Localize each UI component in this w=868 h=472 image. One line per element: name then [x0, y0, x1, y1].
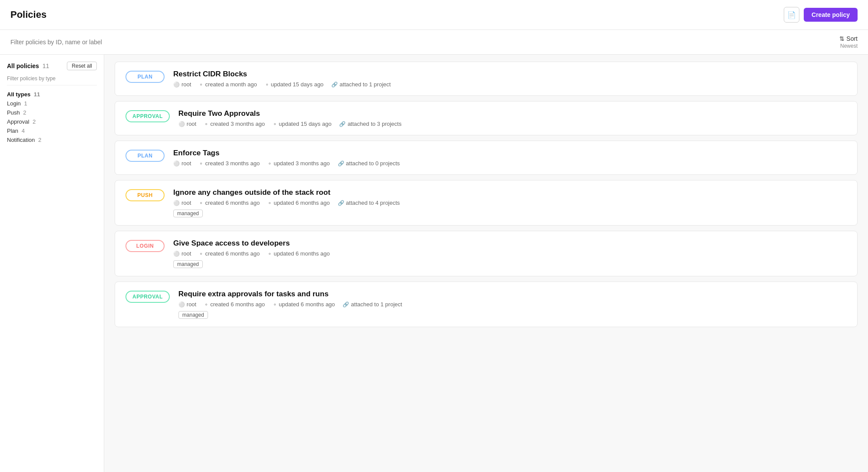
- sidebar-item-approval[interactable]: Approval 2: [7, 117, 97, 126]
- policy-card[interactable]: PUSH Ignore any changes outside of the s…: [115, 180, 858, 226]
- sidebar-item-login[interactable]: Login 1: [7, 99, 97, 108]
- policy-cards: PLAN Restrict CIDR Blocks ⚪ root ⚬ creat…: [115, 62, 858, 327]
- policy-card[interactable]: PLAN Enforce Tags ⚪ root ⚬ created 3 mon…: [115, 141, 858, 175]
- meta-owner: ⚪ root: [173, 200, 191, 206]
- updated-icon: ⚬: [265, 82, 269, 88]
- created-icon: ⚬: [199, 200, 203, 206]
- policy-card[interactable]: PLAN Restrict CIDR Blocks ⚪ root ⚬ creat…: [115, 62, 858, 96]
- search-input[interactable]: [10, 39, 228, 46]
- meta-owner: ⚪ root: [173, 250, 191, 257]
- sidebar-item-count: 2: [31, 118, 36, 125]
- meta-owner: ⚪ root: [178, 301, 196, 308]
- doc-button[interactable]: 📄: [784, 7, 799, 23]
- sidebar-all-label: All policies 11: [7, 62, 49, 69]
- filter-divider: [7, 85, 97, 85]
- policy-type-badge: APPROVAL: [125, 110, 170, 122]
- policy-meta: ⚪ root ⚬ created 3 months ago ⚬ updated …: [178, 121, 847, 127]
- meta-updated: ⚬ updated 6 months ago: [273, 301, 335, 308]
- meta-owner: ⚪ root: [178, 121, 196, 127]
- updated-icon: ⚬: [267, 200, 272, 206]
- sidebar-item-push[interactable]: Push 2: [7, 108, 97, 117]
- policy-name: Enforce Tags: [173, 149, 847, 157]
- meta-attached: 🔗 attached to 0 projects: [338, 160, 400, 167]
- updated-icon: ⚬: [267, 251, 272, 257]
- created-label: created 6 months ago: [205, 250, 260, 257]
- updated-label: updated 6 months ago: [279, 301, 335, 308]
- policy-content: Restrict CIDR Blocks ⚪ root ⚬ created a …: [173, 70, 847, 88]
- created-label: created 3 months ago: [210, 121, 265, 127]
- header-actions: 📄 Create policy: [784, 7, 858, 23]
- owner-label: root: [182, 200, 191, 206]
- sidebar-item-plan[interactable]: Plan 4: [7, 126, 97, 135]
- meta-attached: 🔗 attached to 3 projects: [339, 121, 401, 127]
- owner-icon: ⚪: [173, 251, 180, 257]
- updated-label: updated 6 months ago: [274, 200, 330, 206]
- sidebar-item-count: 11: [32, 91, 40, 98]
- attached-icon: 🔗: [331, 82, 338, 88]
- created-label: created 6 months ago: [205, 200, 260, 206]
- policy-type-badge: PLAN: [125, 71, 165, 83]
- sidebar-item-notification[interactable]: Notification 2: [7, 135, 97, 144]
- meta-created: ⚬ created 3 months ago: [199, 160, 260, 167]
- owner-label: root: [182, 250, 191, 257]
- policy-type-badge: LOGIN: [125, 240, 165, 252]
- managed-badge: managed: [173, 257, 847, 268]
- sort-icon: ⇅: [839, 35, 845, 42]
- attached-label: attached to 1 project: [340, 81, 391, 88]
- sidebar-item-label: All types: [7, 91, 30, 98]
- create-policy-button[interactable]: Create policy: [804, 8, 858, 22]
- attached-icon: 🔗: [338, 161, 344, 167]
- meta-updated: ⚬ updated 15 days ago: [273, 121, 331, 127]
- updated-icon: ⚬: [273, 302, 277, 308]
- attached-label: attached to 1 project: [351, 301, 402, 308]
- meta-updated: ⚬ updated 3 months ago: [267, 160, 330, 167]
- filter-type-label: Filter policies by type: [7, 75, 97, 82]
- policy-meta: ⚪ root ⚬ created 3 months ago ⚬ updated …: [173, 160, 847, 167]
- created-icon: ⚬: [199, 161, 203, 167]
- meta-owner: ⚪ root: [173, 81, 191, 88]
- policy-card[interactable]: APPROVAL Require Two Approvals ⚪ root ⚬ …: [115, 101, 858, 135]
- policy-meta: ⚪ root ⚬ created 6 months ago ⚬ updated …: [173, 250, 847, 257]
- sidebar-item-label: Login: [7, 100, 21, 107]
- sidebar-item-count: 2: [22, 109, 26, 116]
- attached-label: attached to 4 projects: [346, 200, 400, 206]
- attached-label: attached to 3 projects: [347, 121, 401, 127]
- sort-top: ⇅ Sort: [839, 35, 858, 42]
- created-label: created 3 months ago: [205, 160, 260, 167]
- managed-badge: managed: [178, 308, 847, 319]
- sidebar-item-all-types[interactable]: All types 11: [7, 90, 97, 99]
- updated-icon: ⚬: [273, 121, 277, 127]
- meta-created: ⚬ created a month ago: [199, 81, 257, 88]
- created-icon: ⚬: [204, 121, 208, 127]
- attached-icon: 🔗: [343, 302, 349, 308]
- policy-card[interactable]: LOGIN Give Space access to developers ⚪ …: [115, 231, 858, 276]
- policy-content: Require Two Approvals ⚪ root ⚬ created 3…: [178, 109, 847, 127]
- policy-content: Enforce Tags ⚪ root ⚬ created 3 months a…: [173, 149, 847, 167]
- policy-name: Restrict CIDR Blocks: [173, 70, 847, 79]
- owner-icon: ⚪: [178, 121, 185, 127]
- policy-name: Give Space access to developers: [173, 239, 847, 248]
- sidebar-item-count: 4: [20, 128, 25, 134]
- header: Policies 📄 Create policy: [0, 0, 868, 30]
- attached-label: attached to 0 projects: [346, 160, 400, 167]
- meta-owner: ⚪ root: [173, 160, 191, 167]
- policy-name: Ignore any changes outside of the stack …: [173, 188, 847, 197]
- created-icon: ⚬: [199, 82, 203, 88]
- meta-attached: 🔗 attached to 4 projects: [338, 200, 400, 206]
- sort-label: Sort: [846, 35, 858, 42]
- policy-meta: ⚪ root ⚬ created 6 months ago ⚬ updated …: [173, 200, 847, 206]
- policy-card[interactable]: APPROVAL Require extra approvals for tas…: [115, 282, 858, 327]
- owner-icon: ⚪: [178, 302, 185, 308]
- meta-updated: ⚬ updated 15 days ago: [265, 81, 323, 88]
- reset-all-button[interactable]: Reset all: [67, 62, 97, 70]
- policy-name: Require extra approvals for tasks and ru…: [178, 290, 847, 298]
- owner-icon: ⚪: [173, 82, 180, 88]
- filter-bar: ⇅ Sort Newest: [0, 30, 868, 55]
- meta-created: ⚬ created 6 months ago: [199, 250, 260, 257]
- meta-updated: ⚬ updated 6 months ago: [267, 250, 330, 257]
- policy-content: Give Space access to developers ⚪ root ⚬…: [173, 239, 847, 268]
- sort-value: Newest: [840, 43, 858, 49]
- doc-icon: 📄: [787, 11, 796, 19]
- sort-button[interactable]: ⇅ Sort Newest: [839, 35, 858, 49]
- sidebar-items: All types 11Login 1Push 2Approval 2Plan …: [7, 90, 97, 144]
